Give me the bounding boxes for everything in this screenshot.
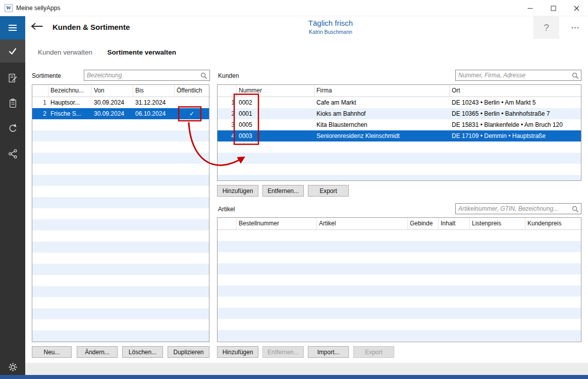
cell-bezeichnung: Hauptsor... [48,97,92,108]
maximize-button[interactable] [542,0,565,16]
empty-row [32,342,209,342]
sortimente-search-input[interactable] [87,71,199,80]
kunden-table: Nummer Firma Ort 1 0002 Cafe am Markt DE… [217,84,581,181]
titlebar: W Meine sellyApps [0,0,588,16]
window-title: Meine sellyApps [16,5,60,12]
column-header-von[interactable]: Von [92,85,133,97]
duplizieren-button[interactable]: Duplizieren [168,346,209,358]
sidebar-item-sortimente[interactable] [0,67,25,89]
cell-ort: DE 15831 • Blankenfelde • Am Bruch 120 [450,119,581,130]
empty-row [218,164,581,175]
column-header-gebinde[interactable]: Gebinde [408,218,439,229]
column-header-listenpreis[interactable]: Listenpreis [470,218,525,229]
column-header-artikel[interactable]: Artikel [317,218,408,229]
kunden-search-box [455,70,581,81]
bottom-accent-bar [0,375,588,379]
cell-oeffentlich [175,97,209,108]
kunden-row[interactable]: 3 0005 Kita Blausternchen DE 15831 • Bla… [218,119,581,130]
magnifier-icon [572,72,579,79]
cell-oeffentlich-checkmark: ✓ [175,108,209,119]
empty-row [218,274,581,286]
cell-rownum: 1 [218,97,237,108]
empty-row [218,175,581,181]
cell-bezeichnung: Frische S... [48,108,92,119]
back-button[interactable] [30,22,45,32]
sortimente-table: Bezeichnu... Von Bis Öffentlich 1 Haupts… [32,84,209,342]
help-button[interactable]: ? [533,16,559,39]
tab-sortimente-verwalten[interactable]: Sortimente verwalten [107,49,176,56]
status-bar [25,363,588,375]
artikel-table-header: Bestellnummer Artikel Gebinde Inhalt Lis… [218,218,581,230]
loeschen-button[interactable]: Löschen... [122,346,163,358]
cell-ort: DE 10243 • Berlin • Am Markt 5 [450,97,581,108]
column-header-firma[interactable]: Firma [314,85,450,97]
cell-nummer: 0003 [237,130,314,141]
minimize-button[interactable] [518,0,542,16]
cell-bis: 31.12.2024 [133,97,175,108]
empty-row [32,186,209,197]
form-pen-icon [8,73,18,83]
artikel-hinzufuegen-button[interactable]: Hinzufügen [217,346,258,358]
cell-bis: 06.10.2024 [133,108,175,119]
hamburger-menu-button[interactable] [0,16,25,39]
kunden-row[interactable]: 1 0002 Cafe am Markt DE 10243 • Berlin •… [218,97,581,108]
empty-row [32,286,209,297]
empty-row [32,308,209,319]
sidebar-item-listen[interactable] [0,92,25,114]
sidebar-item-tasks[interactable] [0,39,25,63]
column-header-oeffentlich[interactable]: Öffentlich [175,85,209,97]
cell-nummer: 0002 [237,97,314,108]
artikel-table-body [218,230,581,342]
cell-firma: Seniorenresidenz Kleinschmidt [314,130,450,141]
empty-row [218,153,581,164]
cell-ort: DE 17109 • Demmin • Hauptstraße [450,130,581,141]
aendern-button[interactable]: Ändern... [77,346,118,358]
share-network-icon [8,149,18,159]
empty-row [32,153,209,164]
empty-row [32,230,209,242]
account-info[interactable]: Täglich frisch Katrin Buschmann [255,19,406,35]
account-user: Katrin Buschmann [255,29,406,35]
kunden-hinzufuegen-button[interactable]: Hinzufügen [217,185,258,197]
kunden-search-input[interactable] [458,71,570,80]
cell-rownum: 2 [32,108,48,119]
column-header-bezeichnung[interactable]: Bezeichnu... [48,85,92,97]
sidebar-item-sync[interactable] [0,117,25,139]
column-header-rownum [32,85,48,97]
cell-firma: Kioks am Bahnhof [314,108,450,119]
sidebar-item-share[interactable] [0,143,25,165]
close-button[interactable] [565,0,588,16]
column-header-bestellnummer[interactable]: Bestellnummer [237,218,317,229]
page-title: Kunden & Sortimente [52,23,130,31]
tab-kunden-verwalten[interactable]: Kunden verwalten [38,49,92,56]
column-header-kundenpreis[interactable]: Kundenpreis [525,218,581,229]
cell-firma: Cafe am Markt [314,97,450,108]
back-arrow-icon [30,22,43,30]
sidebar [0,16,25,375]
cell-ort: DE 10365 • Berlin • Bahnhofstraße 7 [450,108,581,119]
kunden-row-selected[interactable]: 4 0003 Seniorenresidenz Kleinschmidt DE … [218,130,581,141]
sortimente-row-selected[interactable]: 2 Frische S... 30.09.2024 06.10.2024 ✓ [32,108,209,119]
empty-row [218,286,581,297]
hamburger-icon [8,24,18,32]
column-header-ort[interactable]: Ort [450,85,581,97]
artikel-import-button[interactable]: Import... [308,346,349,358]
empty-row [32,141,209,153]
sortimente-section-label: Sortimente [32,72,61,79]
gear-icon [8,362,18,372]
column-header-inhalt[interactable]: Inhalt [439,218,470,229]
column-header-nummer[interactable]: Nummer [237,85,314,97]
empty-row [32,119,209,130]
artikel-section-label: Artikel [218,206,235,213]
sortimente-row[interactable]: 1 Hauptsor... 30.09.2024 31.12.2024 [32,97,209,108]
empty-row [32,219,209,230]
neu-button[interactable]: Neu... [32,346,72,358]
kunden-export-button[interactable]: Export [308,185,349,197]
empty-row [218,263,581,274]
kunden-row[interactable]: 2 0001 Kioks am Bahnhof DE 10365 • Berli… [218,108,581,119]
empty-row [218,230,581,241]
column-header-bis[interactable]: Bis [133,85,175,97]
more-button[interactable]: … [566,20,584,32]
kunden-entfernen-button[interactable]: Entfernen... [262,185,304,197]
artikel-search-input[interactable] [458,204,570,213]
